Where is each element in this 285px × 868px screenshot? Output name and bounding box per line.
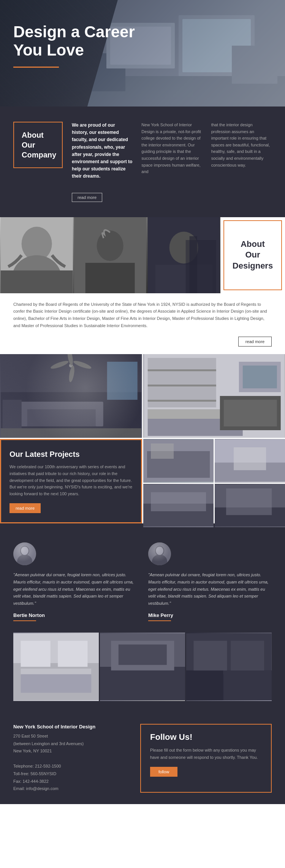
svg-rect-77 (119, 644, 167, 665)
svg-rect-34 (3, 400, 22, 438)
testimonial-text-2: "Aenean pulvinar dui ornare, feugiat lor… (148, 571, 272, 607)
hero-title: Design a Career You Love (13, 23, 135, 60)
svg-rect-45 (242, 366, 277, 388)
project-small-img-2 (215, 439, 285, 482)
about-col1-bold: We are proud of our history, our esteeme… (72, 122, 132, 179)
svg-rect-50 (151, 444, 174, 459)
project-small-img-1 (143, 439, 214, 482)
hero-underline (13, 67, 59, 68)
project-small-img-3 (143, 484, 214, 527)
svg-rect-81 (194, 641, 227, 674)
about-col2: New York School of Interior Design is a … (141, 122, 202, 175)
about-read-more-button[interactable]: read more (72, 193, 102, 202)
footer-company-name: New York School of Interior Design (13, 724, 125, 730)
svg-rect-12 (1, 270, 73, 293)
svg-point-64 (148, 542, 171, 565)
svg-rect-33 (107, 362, 138, 400)
svg-rect-32 (96, 402, 103, 426)
testimonial-underline-1 (13, 620, 36, 621)
svg-rect-41 (147, 400, 216, 402)
svg-point-61 (20, 546, 29, 556)
svg-point-25 (50, 359, 69, 370)
svg-rect-78 (107, 671, 178, 691)
footer-contact: New York School of Interior Design 270 E… (13, 724, 125, 793)
svg-rect-73 (21, 669, 92, 674)
about-col1: We are proud of our history, our esteeme… (72, 122, 132, 202)
testimonial-name-1: Bertie Norton (13, 612, 137, 618)
testimonial-avatar-2 (148, 542, 171, 565)
project-image-bedroom (143, 354, 285, 438)
footer-section: New York School of Interior Design 270 E… (0, 712, 285, 804)
about-company-box: About Our Company (13, 122, 63, 168)
designer-photo-2 (73, 217, 147, 293)
about-designers-container: About Our Designers (220, 217, 285, 293)
projects-section: Our Latest Projects We celebrated our 10… (0, 354, 285, 523)
svg-point-14 (97, 231, 124, 261)
svg-rect-22 (1, 354, 141, 438)
svg-rect-39 (147, 369, 216, 371)
svg-point-63 (21, 547, 28, 555)
designers-section: About Our Designers Chartered by the Boa… (0, 217, 285, 355)
designers-description: Chartered by the Board of Regents of the… (0, 293, 285, 337)
designers-read-more-row: read more (0, 337, 285, 354)
svg-rect-84 (223, 671, 272, 700)
svg-rect-53 (234, 447, 266, 470)
projects-grid: Our Latest Projects We celebrated our 10… (0, 354, 285, 523)
bedroom-img-3 (186, 633, 272, 701)
bedroom-img-1 (13, 633, 99, 701)
footer-address: 270 East 50 Street (between Lexington an… (13, 733, 125, 793)
project-title: Our Latest Projects (10, 449, 133, 459)
project-description: We celebrated our 100th anniversary with… (10, 464, 133, 497)
about-company-title: About Our Company (22, 130, 54, 160)
svg-rect-21 (189, 236, 197, 293)
svg-rect-35 (1, 428, 141, 438)
svg-point-67 (156, 547, 163, 555)
testimonials-section: "Aenean pulvinar dui ornare, feugiat lor… (0, 523, 285, 712)
svg-rect-70 (21, 641, 51, 666)
project-image-living-room (0, 354, 142, 438)
svg-point-66 (152, 555, 167, 565)
testimonial-card-2: "Aenean pulvinar dui ornare, feugiat lor… (148, 542, 272, 621)
svg-rect-30 (24, 402, 100, 409)
svg-point-65 (155, 546, 164, 556)
designers-read-more-button[interactable]: read more (238, 337, 272, 347)
svg-rect-31 (20, 402, 27, 426)
svg-rect-82 (231, 641, 264, 674)
testimonial-text-1: "Aenean pulvinar dui ornare, feugiat lor… (13, 571, 137, 607)
svg-point-60 (13, 542, 36, 565)
svg-rect-56 (151, 492, 206, 511)
about-designers-title: About Our Designers (229, 235, 277, 275)
svg-rect-15 (86, 263, 135, 293)
svg-rect-23 (1, 392, 141, 438)
svg-point-26 (73, 359, 92, 370)
svg-rect-47 (223, 400, 277, 426)
about-section: About Our Company We are proud of our hi… (0, 107, 285, 217)
designers-photos-row: About Our Designers (0, 217, 285, 293)
hero-content: Design a Career You Love (13, 23, 135, 68)
testimonial-name-2: Mike Perry (148, 612, 272, 618)
svg-rect-40 (147, 385, 216, 386)
svg-rect-59 (226, 488, 272, 515)
bedroom-images-row (13, 633, 272, 701)
svg-rect-29 (24, 404, 100, 426)
svg-point-27 (66, 354, 74, 366)
designer-photo-3 (147, 217, 220, 293)
footer-follow-text: Please fill out the form below with any … (150, 747, 262, 761)
testimonial-avatar-1 (13, 542, 36, 565)
bedroom-img-2 (100, 633, 185, 701)
footer-follow-title: Follow Us! (150, 732, 262, 742)
testimonial-card-1: "Aenean pulvinar dui ornare, feugiat lor… (13, 542, 137, 621)
svg-point-24 (69, 364, 73, 367)
project-read-more-button[interactable]: read more (10, 503, 41, 513)
testimonials-row: "Aenean pulvinar dui ornare, feugiat lor… (13, 542, 272, 621)
footer-follow-box: Follow Us! Please fill out the form belo… (140, 724, 272, 793)
hero-section: Design a Career You Love (0, 0, 285, 107)
svg-point-28 (68, 366, 75, 383)
about-col3: that the interior design profession assu… (211, 122, 272, 169)
follow-button[interactable]: follow (150, 767, 177, 777)
svg-rect-7 (232, 46, 277, 84)
testimonial-underline-2 (148, 620, 171, 621)
project-small-img-4 (215, 484, 285, 527)
designer-photo-1 (0, 217, 73, 293)
svg-rect-83 (186, 671, 223, 700)
